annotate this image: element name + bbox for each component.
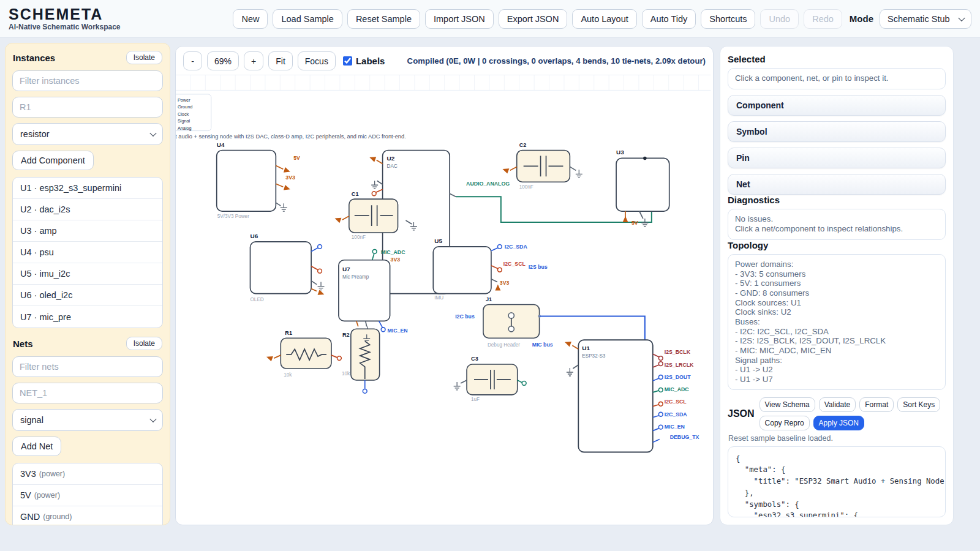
component-u3[interactable]: U3 5V bbox=[616, 149, 669, 227]
svg-text:5V: 5V bbox=[631, 220, 638, 226]
nets-isolate-button[interactable]: Isolate bbox=[126, 337, 162, 350]
zoom-level[interactable]: 69% bbox=[207, 51, 239, 70]
labels-checkbox[interactable] bbox=[343, 56, 352, 66]
section-symbol[interactable]: Symbol bbox=[728, 121, 946, 142]
add-component-button[interactable]: Add Component bbox=[12, 151, 94, 170]
component-c3[interactable]: C3 1uF bbox=[454, 356, 526, 402]
app-logo: SCHEMETA bbox=[9, 6, 121, 23]
svg-text:U4: U4 bbox=[217, 141, 225, 148]
pin-label-i2c-sda: I2C_SDA bbox=[665, 411, 688, 418]
diagnostics-title: Diagnostics bbox=[728, 195, 946, 205]
fit-button[interactable]: Fit bbox=[268, 51, 293, 70]
instance-item[interactable]: U4 · psu bbox=[13, 242, 162, 263]
new-button[interactable]: New bbox=[233, 9, 268, 29]
component-u1[interactable]: U1 ESP32-S3 I2S_BCLK I2S_LRCLK I2S_DOUT … bbox=[564, 340, 699, 452]
net-type-select[interactable]: signal bbox=[12, 409, 163, 431]
component-u5[interactable]: U5 I2C_SDA I2C_SCL I2S bus 3V3 IMU bbox=[433, 238, 548, 301]
section-net[interactable]: Net bbox=[728, 174, 946, 195]
instance-item[interactable]: U7 · mic_pre bbox=[13, 306, 162, 328]
left-sidebar: Instances Isolate resistor Add Component… bbox=[5, 43, 170, 525]
load-sample-button[interactable]: Load Sample bbox=[273, 9, 342, 29]
instance-ref-input[interactable] bbox=[12, 97, 163, 118]
json-code: { "meta": { "title": "ESP32 Smart Audio … bbox=[736, 453, 938, 517]
component-u4[interactable]: U4 5V 3V3 5V/3V3 Power bbox=[217, 141, 300, 220]
filter-nets-input[interactable] bbox=[12, 356, 163, 377]
net-legend: Power Ground Clock Signal Analog bbox=[176, 94, 211, 131]
instance-item[interactable]: U3 · amp bbox=[13, 220, 162, 242]
net-label-i2c-sda: I2C_SDA bbox=[505, 244, 528, 250]
bus-label-mic: MIC bus bbox=[532, 342, 553, 348]
shortcuts-button[interactable]: Shortcuts bbox=[701, 9, 755, 29]
instance-item[interactable]: U2 · dac_i2s bbox=[13, 199, 162, 220]
component-u6[interactable]: U6 OLED bbox=[251, 233, 325, 303]
pin-label-debug-tx: DEBUG_TX bbox=[670, 434, 699, 440]
svg-text:U6: U6 bbox=[251, 233, 258, 239]
pin-label-mic-en: MIC_EN bbox=[665, 424, 685, 430]
net-item[interactable]: 5V(power) bbox=[13, 485, 162, 506]
instances-title: Instances bbox=[13, 53, 55, 63]
filter-instances-input[interactable] bbox=[12, 70, 163, 91]
compile-status: Compiled (0E, 0W | 0 crossings, 0 overla… bbox=[407, 56, 706, 66]
auto-layout-button[interactable]: Auto Layout bbox=[572, 9, 636, 29]
zoom-in-button[interactable]: + bbox=[244, 51, 263, 70]
net-label-3v3: 3V3 bbox=[285, 174, 295, 181]
net-label-i2c-scl: I2C_SCL bbox=[503, 261, 526, 267]
svg-text:R2: R2 bbox=[342, 332, 350, 338]
legend-ground: Ground bbox=[178, 104, 192, 110]
svg-text:3V3: 3V3 bbox=[500, 280, 510, 286]
svg-text:5V/3V3 Power: 5V/3V3 Power bbox=[217, 214, 249, 219]
section-component[interactable]: Component bbox=[728, 95, 946, 116]
add-net-button[interactable]: Add Net bbox=[12, 437, 61, 456]
instance-item[interactable]: U1 · esp32_s3_supermini bbox=[13, 178, 162, 199]
svg-text:U7: U7 bbox=[342, 266, 350, 272]
labels-toggle[interactable]: Labels bbox=[343, 56, 385, 66]
apply-json-button[interactable]: Apply JSON bbox=[813, 416, 864, 430]
svg-text:10k: 10k bbox=[284, 372, 292, 378]
net-item[interactable]: GND(ground) bbox=[13, 506, 162, 525]
copy-repro-button[interactable]: Copy Repro bbox=[760, 416, 810, 430]
instance-item[interactable]: U6 · oled_i2c bbox=[13, 285, 162, 306]
reset-sample-button[interactable]: Reset Sample bbox=[347, 9, 420, 29]
sort-keys-button[interactable]: Sort Keys bbox=[897, 397, 940, 412]
zoom-out-button[interactable]: - bbox=[183, 51, 202, 70]
import-json-button[interactable]: Import JSON bbox=[425, 9, 494, 29]
app-header: SCHEMETA AI-Native Schematic Workspace N… bbox=[0, 0, 980, 38]
schematic-description: rt audio + sensing node with I2S DAC, cl… bbox=[176, 133, 406, 140]
component-r1[interactable]: R1 10k bbox=[265, 330, 341, 378]
canvas-grid bbox=[176, 75, 710, 91]
instance-item[interactable]: U5 · imu_i2c bbox=[13, 263, 162, 285]
svg-text:C3: C3 bbox=[471, 356, 478, 362]
mode-select[interactable]: Schematic Stub bbox=[880, 9, 971, 29]
svg-text:Mic Preamp: Mic Preamp bbox=[342, 274, 369, 280]
instance-type-select[interactable]: resistor bbox=[12, 123, 163, 145]
view-schema-button[interactable]: View Schema bbox=[760, 397, 815, 412]
validate-button[interactable]: Validate bbox=[819, 397, 856, 412]
svg-text:ESP32-S3: ESP32-S3 bbox=[582, 353, 606, 359]
undo-button[interactable]: Undo bbox=[760, 9, 799, 29]
legend-analog: Analog bbox=[178, 126, 192, 131]
svg-text:U5: U5 bbox=[434, 238, 442, 244]
component-r2[interactable]: R2 10k bbox=[342, 329, 380, 393]
svg-text:1uF: 1uF bbox=[471, 397, 480, 402]
auto-tidy-button[interactable]: Auto Tidy bbox=[642, 9, 696, 29]
net-item[interactable]: 3V3(power) bbox=[13, 463, 162, 485]
component-c2[interactable]: C2 100nF bbox=[502, 142, 582, 190]
svg-text:C2: C2 bbox=[519, 142, 527, 148]
json-editor[interactable]: { "meta": { "title": "ESP32 Smart Audio … bbox=[728, 446, 946, 517]
format-button[interactable]: Format bbox=[859, 397, 894, 412]
selected-hint: Click a component, net, or pin to inspec… bbox=[728, 68, 946, 89]
instances-isolate-button[interactable]: Isolate bbox=[126, 51, 162, 64]
net-name-input[interactable] bbox=[12, 383, 163, 403]
focus-button[interactable]: Focus bbox=[298, 51, 336, 70]
export-json-button[interactable]: Export JSON bbox=[499, 9, 568, 29]
svg-text:100nF: 100nF bbox=[519, 184, 533, 190]
section-pin[interactable]: Pin bbox=[728, 148, 946, 168]
schematic-drawing-area[interactable]: Power Ground Clock Signal Analog rt audi… bbox=[176, 74, 713, 525]
app-tagline: AI-Native Schematic Workspace bbox=[9, 23, 121, 31]
svg-text:100nF: 100nF bbox=[352, 234, 366, 240]
redo-button[interactable]: Redo bbox=[804, 9, 842, 29]
junction-dot bbox=[643, 157, 647, 160]
component-j1[interactable]: J1 I2C bus Debug Header MIC bus bbox=[455, 296, 553, 348]
pin-label-i2s-bclk: I2S_BCLK bbox=[665, 349, 691, 355]
pin-label-i2c-scl: I2C_SCL bbox=[665, 399, 687, 405]
